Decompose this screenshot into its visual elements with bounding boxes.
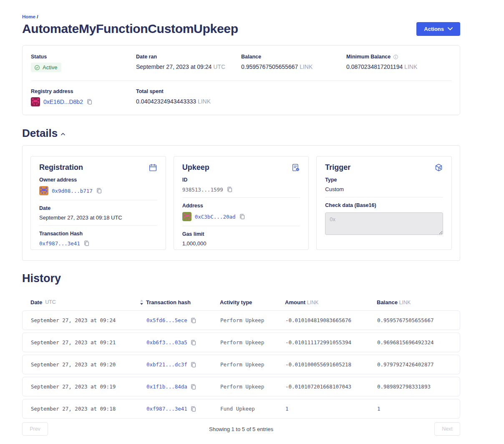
gas-limit-value: 1,000,000 [182, 240, 300, 247]
registration-date-group: Date September 27, 2023 at 09:18 UTC [39, 200, 157, 225]
balance-column-header: Balance [377, 299, 398, 305]
copy-icon[interactable] [83, 240, 90, 247]
balance-field: Balance 0.9595767505655667 LINK [241, 54, 346, 72]
check-circle-icon [34, 65, 40, 71]
upkeep-page: Home / AutomateMyFunctionCustomUpkeep Ac… [22, 14, 460, 436]
balance-label: Balance [241, 54, 346, 60]
transaction-hash-label: Transaction Hash [39, 231, 157, 237]
upkeep-address-label: Address [182, 203, 300, 209]
row-amount: -0.010104819083665676 [285, 317, 377, 323]
table-row: September 27, 2023 at 09:21 0xb6f3...03a… [22, 333, 460, 352]
status-field: Status Active [31, 54, 136, 72]
actions-button[interactable]: Actions [416, 22, 460, 36]
row-amount: 1 [285, 406, 377, 412]
row-tx-link[interactable]: 0x5fd6...5ece [146, 317, 187, 323]
document-gear-icon [291, 163, 300, 172]
registry-address-field: Registry address 0xE16D...D8b2 [31, 88, 136, 106]
upkeep-card: Upkeep ID 938513...1599 Address [174, 156, 309, 250]
minimum-balance-field: Minimum Balance 0.0870234817201194 LINK [346, 54, 451, 72]
trigger-type-value: Custom [325, 186, 443, 192]
row-activity: Perform Upkeep [220, 339, 285, 346]
pagination: Prev Showing 1 to 5 of 5 entries Next [22, 422, 460, 436]
row-amount: -0.010111172991055394 [285, 339, 377, 346]
row-balance: 0.9696815696492324 [377, 339, 451, 346]
table-row: September 27, 2023 at 09:20 0xbf21...dc3… [22, 355, 460, 374]
info-icon[interactable] [393, 54, 398, 60]
calendar-icon [149, 163, 157, 172]
row-tx-link[interactable]: 0xb6f3...03a5 [146, 339, 187, 346]
minimum-balance-label: Minimum Balance [346, 54, 391, 60]
date-column-header: Date [30, 299, 42, 305]
row-activity: Fund Upkeep [220, 406, 285, 412]
owner-identicon [39, 186, 48, 195]
row-tx-link[interactable]: 0xf987...3e41 [146, 406, 187, 412]
row-amount: -0.010100055691605218 [285, 361, 377, 368]
check-data-input[interactable] [325, 212, 443, 235]
registry-address-label: Registry address [31, 88, 136, 94]
total-spent-value: 0.04042324943443333 LINK [136, 98, 241, 105]
sort-arrows-icon[interactable] [140, 300, 144, 305]
history-heading: History [22, 272, 460, 285]
upkeep-id-label: ID [182, 177, 300, 183]
prev-button[interactable]: Prev [22, 422, 48, 436]
breadcrumb-separator: / [37, 14, 38, 19]
row-balance: 0.9797927426402877 [377, 361, 451, 368]
history-table-header: Date UTC Transaction hash Activity type … [22, 296, 460, 308]
total-spent-label: Total spent [136, 88, 241, 94]
copy-icon[interactable] [96, 187, 102, 194]
check-data-group: Check data (Base16) [325, 197, 443, 241]
copy-icon[interactable] [190, 339, 197, 346]
row-balance: 1 [377, 406, 451, 412]
table-row: September 27, 2023 at 09:19 0x1f1b...84d… [22, 377, 460, 396]
row-tx-link[interactable]: 0x1f1b...84da [146, 383, 187, 390]
summary-card: Status Active Date ran September 27, 202… [22, 45, 460, 115]
breadcrumb: Home / [22, 14, 460, 19]
row-amount: -0.010107201668107043 [285, 383, 377, 390]
row-date: September 27, 2023 at 09:19 [31, 383, 146, 390]
activity-type-column-header: Activity type [220, 299, 285, 305]
upkeep-address-identicon [182, 212, 192, 221]
page-title: AutomateMyFunctionCustomUpkeep [22, 22, 238, 36]
tx-hash-column-header: Transaction hash [146, 299, 220, 305]
copy-icon[interactable] [86, 98, 93, 105]
row-activity: Perform Upkeep [220, 317, 285, 323]
copy-icon[interactable] [190, 317, 197, 324]
status-label: Status [31, 54, 136, 60]
row-date: September 27, 2023 at 09:20 [31, 361, 146, 368]
details-panel: Registration Owner address 0x9d08...b717 [22, 145, 460, 261]
registration-title: Registration [39, 163, 83, 172]
owner-address-group: Owner address 0x9d08...b717 [39, 172, 157, 200]
registry-address-link[interactable]: 0xE16D...D8b2 [43, 98, 83, 105]
breadcrumb-home-link[interactable]: Home [22, 14, 35, 19]
copy-icon[interactable] [227, 186, 233, 193]
registration-date-value: September 27, 2023 at 09:18 UTC [39, 214, 157, 221]
gas-limit-group: Gas limit 1,000,000 [182, 226, 300, 251]
row-activity: Perform Upkeep [220, 361, 285, 368]
registration-date-label: Date [39, 205, 157, 211]
table-row: September 27, 2023 at 09:24 0x5fd6...5ec… [22, 310, 460, 330]
chevron-down-icon [448, 27, 453, 30]
chevron-up-icon[interactable] [61, 133, 65, 136]
registry-identicon [31, 97, 40, 106]
upkeep-address-link[interactable]: 0xC3bC...20ad [195, 214, 236, 220]
trigger-card: Trigger Type Custom Check data (Base16) [316, 156, 452, 250]
copy-icon[interactable] [190, 383, 197, 390]
owner-address-link[interactable]: 0x9d08...b717 [52, 188, 93, 194]
row-tx-link[interactable]: 0xbf21...dc3f [146, 361, 187, 368]
date-ran-value: September 27, 2023 at 09:24 UTC [136, 63, 241, 70]
copy-icon[interactable] [239, 213, 245, 220]
trigger-title: Trigger [325, 163, 350, 172]
copy-icon[interactable] [190, 361, 197, 368]
date-ran-label: Date ran [136, 54, 241, 60]
details-heading: Details [22, 127, 58, 140]
transaction-hash-group: Transaction Hash 0xf987...3e41 [39, 225, 157, 251]
total-spent-field: Total spent 0.04042324943443333 LINK [136, 88, 241, 106]
next-button[interactable]: Next [434, 422, 460, 436]
date-ran-field: Date ran September 27, 2023 at 09:24 UTC [136, 54, 241, 72]
transaction-hash-link[interactable]: 0xf987...3e41 [39, 240, 80, 247]
status-badge: Active [31, 63, 61, 72]
row-balance: 0.989892798331893 [377, 383, 451, 390]
copy-icon[interactable] [190, 406, 197, 412]
registration-card: Registration Owner address 0x9d08...b717 [30, 156, 166, 250]
upkeep-id-value: 938513...1599 [182, 187, 223, 193]
